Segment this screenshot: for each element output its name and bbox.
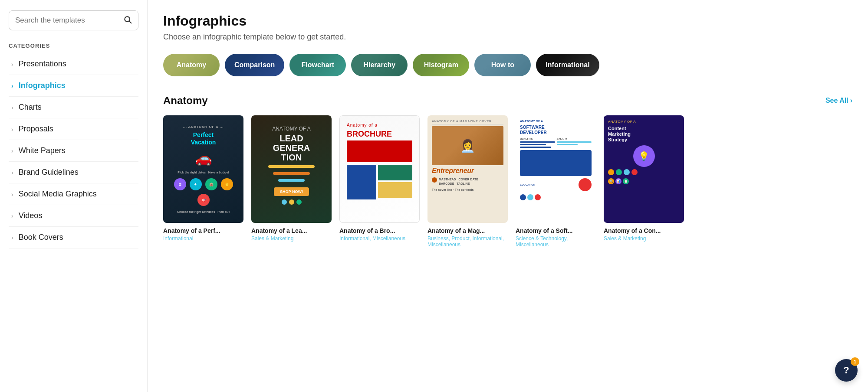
sidebar-item-infographics[interactable]: › Infographics <box>9 75 138 97</box>
template-card-3[interactable]: Anatomy of a BROCHURE Anatomy of a Bro..… <box>339 115 420 248</box>
sidebar-item-videos[interactable]: › Videos <box>9 205 138 227</box>
template-tags-5: Science & Technology, Miscellaneous <box>516 235 596 248</box>
template-card-1[interactable]: ... ANATOMY OF A ... PerfectVacation 🚗 P… <box>163 115 243 248</box>
template-name-1: Anatomy of a Perf... <box>163 227 243 234</box>
vacation-dot-1: 🗓 <box>174 178 186 190</box>
chevron-right-icon: › <box>850 97 852 105</box>
template-name-2: Anatomy of a Lea... <box>251 227 332 234</box>
page-subtitle: Choose an infographic template below to … <box>163 33 852 42</box>
template-name-3: Anatomy of a Bro... <box>339 227 420 234</box>
vacation-dot-3: 🏨 <box>205 178 217 190</box>
sidebar-item-white-papers[interactable]: › White Papers <box>9 140 138 162</box>
pill-flowchart[interactable]: Flowchart <box>289 54 346 76</box>
see-all-button[interactable]: See All › <box>825 97 852 105</box>
category-pills-row: Anatomy Comparison Flowchart Hierarchy H… <box>163 54 852 79</box>
search-box[interactable] <box>9 10 138 30</box>
sidebar-item-charts[interactable]: › Charts <box>9 97 138 118</box>
sidebar-item-book-covers[interactable]: › Book Covers <box>9 227 138 248</box>
chevron-right-icon-active: › <box>11 82 13 89</box>
main-content: Infographics Choose an infographic templ… <box>148 0 868 392</box>
sidebar-item-label: Proposals <box>19 124 53 134</box>
section-title: Anatomy <box>163 95 208 107</box>
section-header: Anatomy See All › <box>163 95 852 107</box>
template-tags-6: Sales & Marketing <box>604 235 684 242</box>
chevron-right-icon: › <box>11 61 13 68</box>
notification-badge: 1 <box>851 357 859 366</box>
page-title: Infographics <box>163 13 852 29</box>
template-thumb-4: ANATOMY OF A MAGAZINE COVER 👩‍💼 Entrepre… <box>427 115 508 223</box>
templates-grid: ... ANATOMY OF A ... PerfectVacation 🚗 P… <box>163 115 852 248</box>
sidebar-item-proposals[interactable]: › Proposals <box>9 118 138 140</box>
pill-anatomy[interactable]: Anatomy <box>163 54 220 76</box>
sidebar-item-social-media-graphics[interactable]: › Social Media Graphics <box>9 183 138 205</box>
template-card-4[interactable]: ANATOMY OF A MAGAZINE COVER 👩‍💼 Entrepre… <box>427 115 508 248</box>
template-tags-4: Business, Product, Informational, Miscel… <box>427 235 508 248</box>
sidebar-item-label: White Papers <box>19 146 66 155</box>
vacation-car-icon: 🚗 <box>195 150 212 167</box>
template-thumb-3: Anatomy of a BROCHURE <box>339 115 420 223</box>
cm-lightbulb-icon: 💡 <box>633 145 655 167</box>
pill-hierarchy[interactable]: Hierarchy <box>351 54 408 76</box>
template-tags-3: Informational, Miscellaneous <box>339 235 420 242</box>
vacation-dot-4: ⭐ <box>221 178 233 190</box>
sidebar-item-presentations[interactable]: › Presentations <box>9 53 138 75</box>
sidebar-item-label: Presentations <box>19 59 66 69</box>
sidebar-item-brand-guidelines[interactable]: › Brand Guidelines <box>9 162 138 183</box>
sidebar-item-label: Videos <box>19 211 43 220</box>
vacation-title: PerfectVacation <box>191 131 216 146</box>
template-card-2[interactable]: ANATOMY OF A LEADGENERATION SHOP NOW! An… <box>251 115 332 248</box>
help-label: ? <box>843 365 849 376</box>
chevron-right-icon: › <box>11 126 13 133</box>
template-thumb-6: ANATOMY OF A ContentMarketingStrategy 💡 … <box>604 115 684 223</box>
pill-informational[interactable]: Informational <box>536 54 599 76</box>
chevron-right-icon: › <box>11 234 13 241</box>
pill-histogram[interactable]: Histogram <box>413 54 469 76</box>
template-name-5: Anatomy of a Soft... <box>516 227 596 234</box>
sidebar-item-label: Infographics <box>19 81 66 90</box>
template-name-6: Anatomy of a Con... <box>604 227 684 234</box>
template-tags-2: Sales & Marketing <box>251 235 332 242</box>
chevron-right-icon: › <box>11 104 13 111</box>
template-tags-1: Informational <box>163 235 243 242</box>
template-thumb-5: ANATOMY OF A SOFTWAREDEVELOPER BENEFITS … <box>516 115 596 223</box>
vacation-dot-5: 🎯 <box>197 194 210 206</box>
template-card-6[interactable]: ANATOMY OF A ContentMarketingStrategy 💡 … <box>604 115 684 248</box>
chevron-right-icon: › <box>11 212 13 219</box>
template-thumb-1: ... ANATOMY OF A ... PerfectVacation 🚗 P… <box>163 115 243 223</box>
help-button[interactable]: ? 1 <box>835 359 858 382</box>
sidebar-item-label: Book Covers <box>19 233 63 242</box>
template-card-5[interactable]: ANATOMY OF A SOFTWAREDEVELOPER BENEFITS … <box>516 115 596 248</box>
chevron-right-icon: › <box>11 169 13 176</box>
search-input[interactable] <box>15 16 119 25</box>
svg-line-1 <box>129 21 132 23</box>
sidebar-item-label: Brand Guidelines <box>19 168 79 177</box>
chevron-right-icon: › <box>11 191 13 198</box>
categories-label: CATEGORIES <box>9 42 138 49</box>
chevron-right-icon: › <box>11 147 13 154</box>
search-icon <box>123 15 132 26</box>
magazine-image: 👩‍💼 <box>432 126 503 165</box>
sidebar-item-label: Charts <box>19 103 42 112</box>
sidebar-item-label: Social Media Graphics <box>19 189 97 199</box>
template-thumb-2: ANATOMY OF A LEADGENERATION SHOP NOW! <box>251 115 332 223</box>
template-name-4: Anatomy of a Mag... <box>427 227 508 234</box>
pill-howto[interactable]: How to <box>474 54 531 76</box>
vacation-dot-2: ✈ <box>190 178 202 190</box>
sidebar: CATEGORIES › Presentations › Infographic… <box>0 0 148 392</box>
pill-comparison[interactable]: Comparison <box>225 54 284 76</box>
